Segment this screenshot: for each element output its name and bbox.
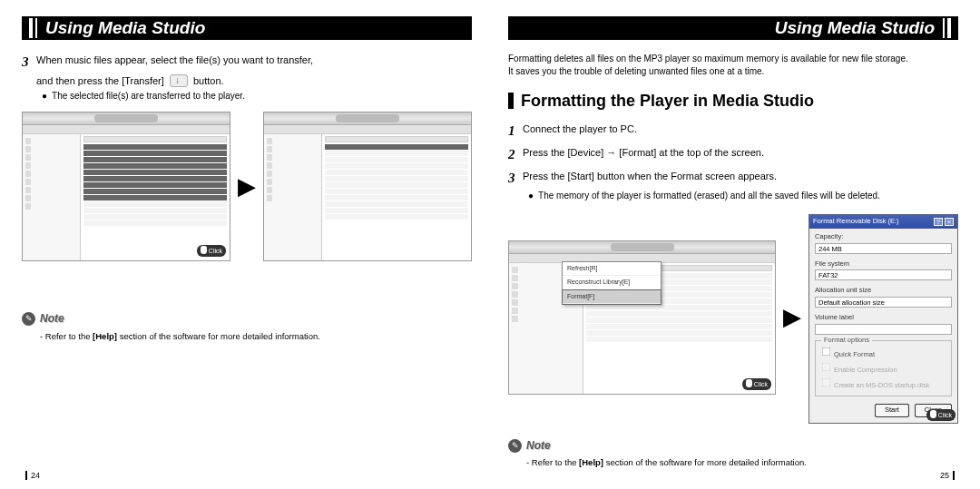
note-icon: ✎ bbox=[22, 312, 35, 326]
bullet-text: The memory of the player is formatted (e… bbox=[538, 190, 880, 203]
screenshots-row: Click ▶ bbox=[22, 112, 472, 261]
step-3-line2: and then press the [Transfer] button. bbox=[36, 74, 472, 89]
step-text: Connect the player to PC. bbox=[523, 122, 637, 142]
capacity-field[interactable]: 244 MB bbox=[815, 243, 952, 254]
alloc-label: Allocation unit size bbox=[815, 286, 952, 296]
dialog-titlebar: Format Removable Disk (E:) ? × bbox=[809, 215, 957, 229]
intro-text: Formatting deletes all files on the MP3 … bbox=[508, 53, 958, 78]
transfer-icon bbox=[170, 74, 188, 87]
note-block: ✎ Note Refer to the [Help] section of th… bbox=[508, 438, 958, 469]
dialog-title: Format Removable Disk (E:) bbox=[813, 217, 899, 227]
note-icon: ✎ bbox=[508, 439, 522, 453]
step-number: 3 bbox=[508, 169, 523, 189]
help-icon[interactable]: ? bbox=[934, 218, 943, 226]
bullet-text: The selected file(s) are transferred to … bbox=[52, 90, 245, 103]
step-text: Press the [Start] button when the Format… bbox=[523, 169, 777, 189]
arrow-right-icon: ▶ bbox=[238, 170, 256, 204]
screenshots-row: Refresh[R] Reconstruct Library[E] Format… bbox=[508, 212, 958, 424]
volume-label-label: Volume label bbox=[815, 313, 952, 323]
page-title: Using Media Studio bbox=[769, 18, 940, 38]
step-number: 1 bbox=[508, 122, 523, 142]
step-text: When music files appear, select the file… bbox=[36, 53, 313, 73]
page-number: 25 bbox=[940, 471, 958, 480]
menu-item-reconstruct[interactable]: Reconstruct Library[E] bbox=[563, 276, 661, 289]
page-24: Using Media Studio 3 When music files ap… bbox=[0, 0, 490, 489]
screenshot-before: Click bbox=[22, 112, 230, 261]
step-3b: 3 Press the [Start] button when the Form… bbox=[508, 169, 958, 189]
step-2: 2 Press the [Device] → [Format] at the t… bbox=[508, 145, 958, 165]
bullet-dot: ● bbox=[42, 90, 47, 103]
filesystem-label: File system bbox=[815, 259, 952, 269]
close-icon[interactable]: × bbox=[945, 218, 954, 226]
create-bootdisk-checkbox: Create an MS-DOS startup disk bbox=[820, 377, 946, 391]
step-number: 3 bbox=[22, 53, 36, 73]
alloc-field[interactable]: Default allocation size bbox=[815, 297, 952, 308]
click-badge: Click bbox=[742, 378, 771, 390]
arrow-right-icon: ▶ bbox=[783, 300, 801, 335]
capacity-label: Capacity: bbox=[815, 232, 952, 242]
screenshot-after bbox=[263, 112, 472, 261]
note-text: Refer to the [Help] section of the softw… bbox=[40, 330, 472, 343]
step-text-a: and then press the [Transfer] bbox=[36, 75, 164, 86]
menu-item-format[interactable]: Format[F] bbox=[563, 290, 661, 304]
page-number: 24 bbox=[22, 471, 40, 480]
section-heading: Formatting the Player in Media Studio bbox=[508, 89, 958, 112]
click-badge: Click bbox=[197, 245, 226, 257]
start-button[interactable]: Start bbox=[875, 404, 909, 417]
format-dialog: Format Removable Disk (E:) ? × Capacity:… bbox=[808, 214, 958, 424]
options-group-label: Format options bbox=[821, 336, 872, 346]
note-text: Refer to the [Help] section of the softw… bbox=[526, 456, 958, 469]
header-left: Using Media Studio bbox=[22, 16, 472, 40]
filesystem-field[interactable]: FAT32 bbox=[815, 269, 952, 280]
context-menu[interactable]: Refresh[R] Reconstruct Library[E] Format… bbox=[562, 261, 662, 304]
volume-label-field[interactable] bbox=[815, 324, 952, 335]
step-3: 3 When music files appear, select the fi… bbox=[22, 53, 472, 73]
menu-item-refresh[interactable]: Refresh[R] bbox=[563, 262, 661, 276]
note-label: Note bbox=[526, 438, 551, 454]
heading-mark-icon bbox=[508, 93, 514, 109]
note-block: ✎ Note Refer to the [Help] section of th… bbox=[22, 311, 472, 342]
bullet: ● The memory of the player is formatted … bbox=[528, 190, 958, 203]
page-25: Using Media Studio Formatting deletes al… bbox=[490, 0, 980, 489]
quick-format-checkbox[interactable]: Quick Format bbox=[820, 346, 946, 360]
screenshot-device-menu: Refresh[R] Reconstruct Library[E] Format… bbox=[508, 240, 776, 395]
step-number: 2 bbox=[508, 145, 523, 165]
header-right: Using Media Studio bbox=[508, 16, 958, 40]
bullet: ● The selected file(s) are transferred t… bbox=[42, 90, 472, 103]
page-title: Using Media Studio bbox=[40, 18, 211, 38]
section-title: Formatting the Player in Media Studio bbox=[521, 89, 814, 112]
step-text-b: button. bbox=[193, 75, 224, 86]
step-1: 1 Connect the player to PC. bbox=[508, 122, 958, 142]
bullet-dot: ● bbox=[528, 190, 534, 203]
step-text: Press the [Device] → [Format] at the top… bbox=[523, 145, 764, 165]
click-badge: Click bbox=[926, 409, 956, 421]
enable-compression-checkbox: Enable Compression bbox=[820, 361, 946, 376]
note-label: Note bbox=[40, 311, 64, 327]
format-options-group: Format options Quick Format Enable Compr… bbox=[815, 340, 952, 396]
